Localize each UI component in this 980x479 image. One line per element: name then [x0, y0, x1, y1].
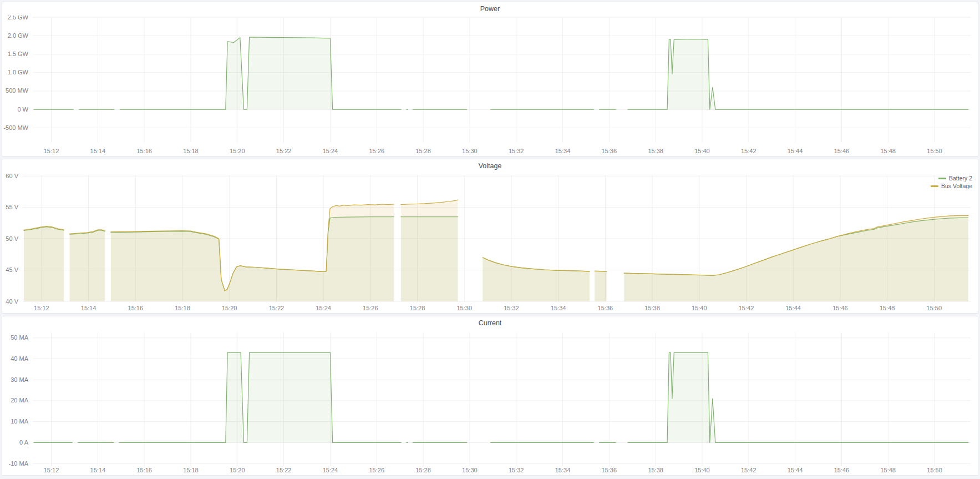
- svg-text:15:28: 15:28: [415, 467, 431, 473]
- svg-text:15:32: 15:32: [504, 305, 519, 311]
- svg-text:15:32: 15:32: [509, 467, 524, 473]
- current-chart-canvas[interactable]: 15:1215:1415:1615:1815:2015:2215:2415:26…: [2, 330, 978, 475]
- svg-text:15:18: 15:18: [183, 148, 199, 154]
- legend-label-bus-voltage: Bus Voltage: [941, 183, 972, 189]
- panel-power-header: Power: [2, 2, 978, 16]
- svg-text:15:36: 15:36: [598, 305, 613, 311]
- svg-text:15:34: 15:34: [555, 467, 571, 473]
- svg-text:15:28: 15:28: [410, 305, 425, 311]
- svg-text:15:28: 15:28: [415, 148, 431, 154]
- svg-text:40 MA: 40 MA: [11, 355, 28, 362]
- svg-text:15:22: 15:22: [269, 305, 285, 311]
- svg-text:1.5 GW: 1.5 GW: [8, 51, 29, 57]
- voltage-chart-canvas[interactable]: 15:1215:1415:1615:1815:2015:2215:2415:26…: [2, 173, 978, 313]
- panel-current-title[interactable]: Current: [479, 319, 502, 327]
- svg-text:15:50: 15:50: [927, 305, 942, 311]
- svg-text:60 V: 60 V: [6, 173, 18, 179]
- svg-text:-10 MA: -10 MA: [9, 460, 29, 467]
- svg-text:45 V: 45 V: [6, 266, 18, 273]
- svg-text:15:14: 15:14: [90, 467, 106, 473]
- svg-text:15:46: 15:46: [832, 305, 848, 311]
- panel-power-body: 15:1215:1415:1615:1815:2015:2215:2415:26…: [2, 16, 978, 156]
- svg-text:15:22: 15:22: [276, 467, 292, 473]
- svg-text:-500 MW: -500 MW: [3, 124, 28, 131]
- svg-text:15:16: 15:16: [136, 467, 152, 473]
- svg-text:15:26: 15:26: [369, 467, 384, 473]
- svg-text:40 V: 40 V: [6, 298, 18, 305]
- panel-voltage-body: 15:1215:1415:1615:1815:2015:2215:2415:26…: [2, 173, 978, 313]
- svg-text:15:48: 15:48: [880, 467, 896, 473]
- panel-current: Current 15:1215:1415:1615:1815:2015:2215…: [2, 316, 978, 476]
- svg-text:15:34: 15:34: [555, 148, 571, 154]
- svg-text:15:20: 15:20: [222, 305, 237, 311]
- svg-text:15:30: 15:30: [462, 148, 478, 154]
- svg-text:15:12: 15:12: [44, 467, 59, 473]
- svg-text:15:30: 15:30: [456, 305, 472, 311]
- svg-text:15:42: 15:42: [739, 305, 754, 311]
- svg-text:15:46: 15:46: [834, 148, 850, 154]
- legend-item-bus-voltage[interactable]: Bus Voltage: [931, 183, 972, 189]
- panel-voltage: Voltage 15:1215:1415:1615:1815:2015:2215…: [2, 159, 978, 314]
- svg-text:15:26: 15:26: [369, 148, 384, 154]
- svg-text:2.0 GW: 2.0 GW: [8, 32, 29, 39]
- svg-text:15:14: 15:14: [90, 148, 106, 154]
- panel-power: Power 15:1215:1415:1615:1815:2015:2215:2…: [2, 2, 978, 157]
- svg-text:15:18: 15:18: [183, 467, 199, 473]
- panel-current-header: Current: [2, 316, 978, 330]
- legend-label-battery-2: Battery 2: [949, 175, 972, 181]
- svg-text:10 MA: 10 MA: [11, 418, 28, 425]
- svg-text:2.5 GW: 2.5 GW: [8, 16, 29, 21]
- svg-text:15:50: 15:50: [927, 467, 942, 473]
- svg-text:15:42: 15:42: [741, 148, 756, 154]
- svg-text:15:36: 15:36: [602, 148, 617, 154]
- svg-text:15:24: 15:24: [323, 148, 338, 154]
- svg-text:15:40: 15:40: [694, 148, 710, 154]
- svg-text:55 V: 55 V: [6, 204, 18, 210]
- panel-current-body: 15:1215:1415:1615:1815:2015:2215:2415:26…: [2, 330, 978, 475]
- svg-text:50 MA: 50 MA: [11, 334, 28, 341]
- svg-text:15:18: 15:18: [175, 305, 190, 311]
- svg-text:15:24: 15:24: [323, 467, 338, 473]
- svg-text:15:40: 15:40: [694, 467, 710, 473]
- svg-text:15:38: 15:38: [648, 148, 663, 154]
- svg-text:15:14: 15:14: [81, 305, 97, 311]
- panel-voltage-header: Voltage: [2, 159, 978, 173]
- legend-item-battery-2[interactable]: Battery 2: [938, 175, 972, 181]
- power-chart-canvas[interactable]: 15:1215:1415:1615:1815:2015:2215:2415:26…: [2, 16, 978, 156]
- svg-text:15:22: 15:22: [276, 148, 292, 154]
- svg-text:15:24: 15:24: [316, 305, 331, 311]
- legend-swatch-battery-2: [938, 178, 946, 179]
- svg-text:15:44: 15:44: [785, 305, 801, 311]
- svg-text:15:36: 15:36: [602, 467, 617, 473]
- svg-text:15:16: 15:16: [128, 305, 144, 311]
- svg-text:0 A: 0 A: [19, 439, 29, 446]
- dashboard: Power 15:1215:1415:1615:1815:2015:2215:2…: [0, 0, 980, 479]
- svg-text:15:30: 15:30: [462, 467, 478, 473]
- svg-text:15:44: 15:44: [788, 148, 803, 154]
- svg-text:15:20: 15:20: [230, 467, 245, 473]
- svg-text:500 MW: 500 MW: [6, 87, 29, 94]
- svg-text:15:48: 15:48: [880, 305, 895, 311]
- svg-text:20 MA: 20 MA: [11, 397, 28, 404]
- voltage-legend: Battery 2 Bus Voltage: [931, 175, 972, 189]
- panel-voltage-title[interactable]: Voltage: [479, 162, 502, 170]
- svg-text:15:44: 15:44: [788, 467, 803, 473]
- svg-text:15:46: 15:46: [834, 467, 850, 473]
- panel-power-title[interactable]: Power: [480, 5, 500, 13]
- svg-text:15:16: 15:16: [136, 148, 152, 154]
- svg-text:15:42: 15:42: [741, 467, 756, 473]
- svg-text:15:38: 15:38: [644, 305, 660, 311]
- svg-text:15:20: 15:20: [230, 148, 245, 154]
- svg-text:15:38: 15:38: [648, 467, 663, 473]
- svg-text:1.0 GW: 1.0 GW: [8, 69, 29, 75]
- svg-text:15:40: 15:40: [692, 305, 707, 311]
- svg-text:15:34: 15:34: [551, 305, 566, 311]
- svg-text:30 MA: 30 MA: [11, 376, 28, 383]
- svg-text:15:26: 15:26: [363, 305, 378, 311]
- svg-text:50 V: 50 V: [6, 235, 18, 242]
- svg-text:0 W: 0 W: [17, 106, 28, 113]
- svg-text:15:12: 15:12: [34, 305, 49, 311]
- svg-text:15:12: 15:12: [44, 148, 59, 154]
- svg-text:15:32: 15:32: [509, 148, 524, 154]
- legend-swatch-bus-voltage: [931, 185, 938, 187]
